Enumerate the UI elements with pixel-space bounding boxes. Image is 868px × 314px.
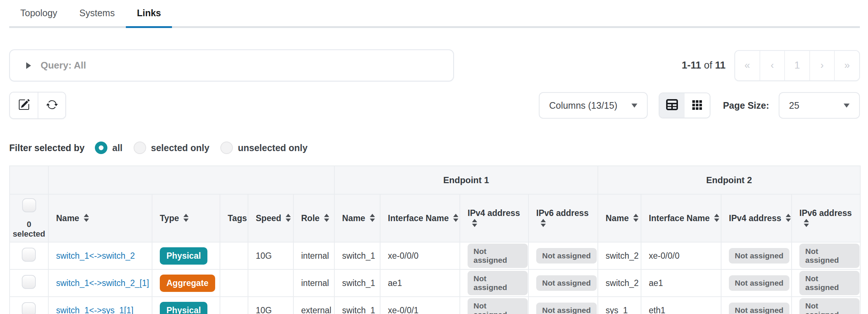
ep2-interface-cell: eth1 [641,297,721,314]
ep2-ipv6-cell: Not assigned [792,297,860,314]
sort-icon [804,219,809,227]
action-button-group [9,92,66,119]
link-type-cell: Physical [152,242,220,269]
column-header-ep1-interface-name[interactable]: Interface Name [380,194,460,242]
tab-topology[interactable]: Topology [9,0,68,26]
table-view-button[interactable] [659,93,685,118]
ep1-ipv4-cell: Not assigned [460,269,528,297]
tab-systems[interactable]: Systems [68,0,126,26]
table-row: switch_1<->switch_2 Physical 10G interna… [10,242,860,269]
not-assigned-badge: Not assigned [536,248,597,264]
not-assigned-badge: Not assigned [729,248,789,264]
ep1-ipv4-cell: Not assigned [460,297,528,314]
last-page-button[interactable]: » [835,51,859,80]
type-badge: Physical [160,302,207,314]
sort-icon [633,214,638,222]
column-header-name[interactable]: Name [48,194,152,242]
not-assigned-badge: Not assigned [468,244,528,268]
not-assigned-badge: Not assigned [536,303,597,314]
link-role-cell: internal [293,269,334,297]
page-size-select[interactable]: 25 [779,92,860,119]
ep2-name-cell: switch_2 [598,269,641,297]
sort-icon [714,214,719,222]
columns-dropdown-button[interactable]: Columns (13/15) [539,92,648,119]
query-expander[interactable]: Query: All [9,49,454,81]
column-header-ep1-ipv4[interactable]: IPv4 address [460,194,528,242]
previous-page-button[interactable]: ‹ [760,51,785,80]
filter-option-unselected-only-label: unselected only [238,143,307,153]
grid-view-button[interactable] [685,93,710,118]
link-type-cell: Aggregate [152,269,220,297]
column-header-speed[interactable]: Speed [248,194,293,242]
table-row: switch_1<->sys_1[1] Physical 10G externa… [10,297,860,314]
not-assigned-badge: Not assigned [729,303,789,314]
ep1-interface-cell: xe-0/0/0 [380,242,460,269]
column-header-ep1-ipv6[interactable]: IPv6 address [528,194,598,242]
caret-right-icon [26,62,31,69]
query-label: Query: All [41,60,86,71]
ep1-name-cell: switch_1 [334,297,380,314]
ep1-ipv6-cell: Not assigned [528,242,598,269]
sort-icon [183,214,189,222]
filter-option-all[interactable]: all [95,142,123,154]
radio-checked-icon [95,142,107,154]
link-name[interactable]: switch_1<->sys_1[1] [56,306,134,314]
row-checkbox[interactable] [22,302,36,314]
filter-option-unselected-only[interactable]: unselected only [220,142,307,154]
link-speed-cell: 10G [248,242,293,269]
not-assigned-badge: Not assigned [799,271,860,295]
next-page-button[interactable]: › [810,51,835,80]
row-select-cell [10,269,48,297]
type-badge: Physical [160,247,207,265]
tab-bar: Topology Systems Links [9,0,860,28]
ep1-interface-cell: ae1 [380,269,460,297]
pagination-of: of [704,60,712,71]
ep2-ipv4-cell: Not assigned [721,242,792,269]
table-view-icon [666,98,678,112]
column-header-ep2-interface-name[interactable]: Interface Name [641,194,721,242]
link-name[interactable]: switch_1<->switch_2_[1] [56,278,149,288]
group-header-row: Endpoint 1 Endpoint 2 [10,166,860,194]
sort-icon [786,214,791,222]
page-size-label: Page Size: [723,100,769,111]
pagination-range-start: 1-11 [682,60,701,71]
page-1-button[interactable]: 1 [785,51,810,80]
ep1-name-cell: switch_1 [334,269,380,297]
tab-links[interactable]: Links [126,0,172,28]
pagination-control: « ‹ 1 › » [734,50,860,81]
first-page-button[interactable]: « [735,51,760,80]
column-header-ep2-ipv4[interactable]: IPv4 address [721,194,792,242]
sort-icon [541,219,546,227]
sort-icon [370,214,375,222]
link-name-cell: switch_1<->sys_1[1] [48,297,152,314]
select-all-cell: 0 selected [10,194,48,242]
toolbar: Columns (13/15) [9,92,860,119]
radio-unchecked-icon [134,142,146,154]
row-checkbox[interactable] [22,275,36,289]
column-header-ep2-name[interactable]: Name [598,194,641,242]
refresh-button[interactable] [38,93,65,118]
select-all-checkbox[interactable] [22,198,36,212]
ep2-interface-cell: xe-0/0/0 [641,242,721,269]
not-assigned-badge: Not assigned [468,298,528,314]
ep2-interface-cell: ae1 [641,269,721,297]
column-header-row: 0 selected Name Type Tags Speed Role Nam… [10,194,860,242]
column-header-role[interactable]: Role [293,194,334,242]
filter-option-selected-only[interactable]: selected only [134,142,209,154]
column-header-type[interactable]: Type [152,194,220,242]
link-name[interactable]: switch_1<->switch_2 [56,251,135,261]
edit-button[interactable] [10,93,38,118]
not-assigned-badge: Not assigned [468,271,528,295]
ep2-ipv6-cell: Not assigned [792,242,860,269]
row-checkbox[interactable] [22,248,36,262]
sort-icon [286,214,291,222]
ep2-ipv4-cell: Not assigned [721,269,792,297]
type-badge: Aggregate [160,275,215,292]
column-header-ep2-ipv6[interactable]: IPv6 address [792,194,860,242]
not-assigned-badge: Not assigned [799,298,860,314]
pagination-total: 11 [715,60,726,71]
column-header-ep1-name[interactable]: Name [334,194,380,242]
sort-icon [324,214,329,222]
ep1-ipv4-cell: Not assigned [460,242,528,269]
link-tags-cell [220,242,248,269]
